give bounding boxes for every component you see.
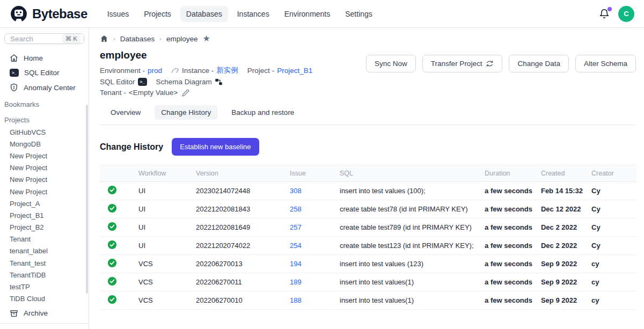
database-meta: Environment - prod Instance - 新实例 P xyxy=(100,65,366,86)
creator-cell: cy xyxy=(587,255,636,273)
sql-cell: insert into test values (100); xyxy=(335,182,480,200)
workflow-cell: VCS xyxy=(134,255,192,273)
tenant-label: Tenant - xyxy=(100,89,126,97)
notification-bell-button[interactable] xyxy=(599,9,610,19)
nav-item-settings[interactable]: Settings xyxy=(339,6,378,22)
issue-link[interactable]: 194 xyxy=(290,260,302,268)
bytebase-logo[interactable]: Bytebase xyxy=(10,5,87,23)
breadcrumb-employee[interactable]: employee xyxy=(166,35,198,43)
sidebar-project-item[interactable]: TenantTiDB xyxy=(0,269,89,281)
sql-editor-shortcut[interactable]: SQL Editor >_ xyxy=(100,78,147,86)
nav-item-projects[interactable]: Projects xyxy=(138,6,177,22)
transfer-project-button[interactable]: Transfer Project xyxy=(422,55,503,72)
issue-link[interactable]: 189 xyxy=(290,278,302,286)
creator-cell: Cy xyxy=(587,237,636,255)
sidebar-project-item[interactable]: TiDB Cloud xyxy=(0,293,89,305)
table-row[interactable]: UI 20221202074022 254 create table test1… xyxy=(100,237,636,255)
table-row[interactable]: UI 20230214072448 308 insert into test v… xyxy=(100,182,636,200)
favorite-star-icon[interactable]: ★ xyxy=(202,34,210,43)
created-column-header: Created xyxy=(537,165,587,182)
created-cell: Dec 2 2022 xyxy=(537,218,587,237)
search-box[interactable]: ⌘ K xyxy=(4,33,84,44)
creator-cell: Cy xyxy=(587,182,636,200)
sidebar-project-item[interactable]: New Project xyxy=(0,186,89,198)
sidebar-project-item[interactable]: New Project xyxy=(0,162,89,174)
table-row[interactable]: VCS 202206270011 189 insert into test va… xyxy=(100,273,636,291)
created-cell: Sep 9 2022 xyxy=(537,291,587,310)
version-cell: 20221202081843 xyxy=(192,200,286,218)
status-done-icon xyxy=(107,240,117,250)
schema-diagram-shortcut[interactable]: Schema Diagram xyxy=(156,78,223,86)
creator-column-header: Creator xyxy=(587,165,636,182)
sidebar-project-item[interactable]: Project_B2 xyxy=(0,222,89,233)
sidebar-project-item[interactable]: Project_A xyxy=(0,198,89,209)
instance-label: Instance - xyxy=(182,67,214,75)
keyboard-shortcut-badge: ⌘ K xyxy=(62,34,80,43)
sidebar-project-item[interactable]: testTP xyxy=(0,281,89,293)
nav-item-databases[interactable]: Databases xyxy=(180,6,228,22)
alter-schema-button[interactable]: Alter Schema xyxy=(575,55,636,72)
issue-column-header: Issue xyxy=(286,165,335,182)
nav-item-issues[interactable]: Issues xyxy=(101,6,135,22)
sidebar-item-home[interactable]: Home xyxy=(0,50,89,65)
creator-cell: Cy xyxy=(587,218,636,237)
issue-link[interactable]: 308 xyxy=(290,187,302,195)
search-input[interactable] xyxy=(10,35,60,43)
establish-baseline-button[interactable]: Establish new baseline xyxy=(172,138,259,156)
nav-item-instances[interactable]: Instances xyxy=(231,6,275,22)
sidebar-project-item[interactable]: tenant_label xyxy=(0,245,89,257)
version-cell: 20230214072448 xyxy=(192,182,286,200)
tenant-value: <Empty Value> xyxy=(129,89,178,97)
sidebar-scrollbar[interactable] xyxy=(86,105,88,294)
sidebar-project-item[interactable]: Tenant xyxy=(0,233,89,245)
chevron-right-icon: › xyxy=(159,35,162,42)
table-row[interactable]: UI 20221202081649 257 create table test7… xyxy=(100,218,636,237)
project-label: Project - xyxy=(247,67,274,75)
change-data-button[interactable]: Change Data xyxy=(509,55,569,72)
table-row[interactable]: UI 20221202081843 258 create table test7… xyxy=(100,200,636,218)
issue-link[interactable]: 258 xyxy=(290,205,302,213)
table-row[interactable]: VCS 202206270013 194 insert into test va… xyxy=(100,255,636,273)
duration-cell: a few seconds xyxy=(480,255,537,273)
workflow-cell: UI xyxy=(134,200,192,218)
avatar[interactable]: C xyxy=(618,6,634,22)
sidebar-item-anomaly-center[interactable]: Anomaly Center xyxy=(0,80,89,95)
sidebar-project-item[interactable]: New Project xyxy=(0,150,89,162)
issue-link[interactable]: 257 xyxy=(290,223,302,231)
duration-cell: a few seconds xyxy=(480,273,537,291)
tab-change-history[interactable]: Change History xyxy=(155,105,217,120)
tab-backup-and-restore[interactable]: Backup and restore xyxy=(225,105,301,120)
status-column-header xyxy=(100,165,134,182)
table-header-row: Workflow Version Issue SQL Duration Crea… xyxy=(100,165,636,182)
issue-link[interactable]: 188 xyxy=(290,296,302,304)
terminal-icon: >_ xyxy=(10,69,19,77)
version-cell: 202206270011 xyxy=(192,273,286,291)
chevron-right-icon: › xyxy=(113,35,115,42)
nav-item-environments[interactable]: Environments xyxy=(279,6,336,22)
sidebar-project-item[interactable]: Tenant_test xyxy=(0,257,89,269)
duration-column-header: Duration xyxy=(480,165,537,182)
home-breadcrumb-icon[interactable] xyxy=(100,34,108,43)
change-history-table: Workflow Version Issue SQL Duration Crea… xyxy=(100,165,636,310)
instance-link[interactable]: 新实例 xyxy=(216,65,238,75)
table-row[interactable]: VCS 202206270010 188 insert into test va… xyxy=(100,291,636,310)
sidebar-project-item[interactable]: MongoDB xyxy=(0,138,89,150)
sidebar-project-item[interactable]: GitHubVCS xyxy=(0,126,89,138)
environment-link[interactable]: prod xyxy=(148,67,162,75)
creator-cell: cy xyxy=(587,273,636,291)
workflow-cell: VCS xyxy=(134,273,192,291)
workflow-cell: UI xyxy=(134,182,192,200)
main-content: › Databases › employee ★ employee Enviro… xyxy=(89,28,644,329)
sidebar-item-sql-editor[interactable]: >_ SQL Editor xyxy=(0,65,89,80)
sync-now-button[interactable]: Sync Now xyxy=(366,55,416,72)
sidebar-project-item[interactable]: New Project xyxy=(0,174,89,186)
database-engine-icon xyxy=(171,67,179,74)
project-link[interactable]: Project_B1 xyxy=(277,67,312,75)
sidebar-section-bookmarks: Bookmarks xyxy=(0,95,89,111)
breadcrumb-databases[interactable]: Databases xyxy=(120,35,155,43)
issue-link[interactable]: 254 xyxy=(290,242,302,250)
sidebar-item-archive[interactable]: Archive xyxy=(0,305,89,323)
edit-pencil-icon[interactable] xyxy=(182,89,189,97)
sidebar-project-item[interactable]: Project_B1 xyxy=(0,209,89,221)
tab-overview[interactable]: Overview xyxy=(104,105,147,120)
